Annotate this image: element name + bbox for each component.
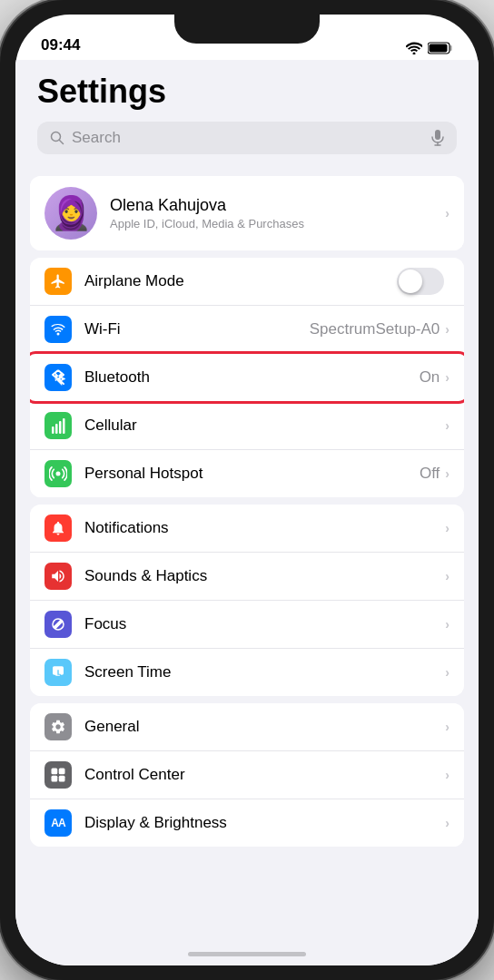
bluetooth-row[interactable]: Bluetooth On › bbox=[30, 354, 464, 402]
hotspot-value: Off bbox=[420, 465, 440, 483]
toggle-knob bbox=[399, 270, 422, 293]
connectivity-section: Airplane Mode Wi-Fi SpectrumSetup-A0 › bbox=[30, 258, 464, 497]
svg-point-12 bbox=[56, 472, 61, 476]
airplane-mode-row[interactable]: Airplane Mode bbox=[30, 258, 464, 306]
svg-rect-14 bbox=[59, 769, 65, 775]
focus-icon bbox=[44, 611, 72, 638]
controlcenter-chevron: › bbox=[445, 768, 450, 782]
svg-rect-10 bbox=[59, 421, 62, 434]
sounds-row[interactable]: Sounds & Haptics › bbox=[30, 553, 464, 601]
bluetooth-label: Bluetooth bbox=[84, 368, 420, 387]
svg-rect-8 bbox=[52, 426, 54, 434]
svg-rect-13 bbox=[52, 769, 58, 775]
search-icon bbox=[50, 131, 64, 145]
cellular-row[interactable]: Cellular › bbox=[30, 402, 464, 450]
status-time: 09:44 bbox=[41, 36, 80, 54]
svg-line-4 bbox=[60, 141, 64, 144]
battery-status-icon bbox=[428, 42, 453, 54]
focus-chevron: › bbox=[445, 617, 450, 632]
airplane-mode-icon bbox=[44, 268, 72, 295]
display-chevron: › bbox=[445, 816, 450, 830]
home-indicator bbox=[188, 952, 306, 956]
focus-row[interactable]: Focus › bbox=[30, 601, 464, 649]
profile-chevron: › bbox=[445, 206, 450, 220]
hotspot-row[interactable]: Personal Hotspot Off › bbox=[30, 450, 464, 497]
controlcenter-label: Control Center bbox=[84, 766, 445, 784]
display-icon: AA bbox=[44, 809, 72, 837]
screentime-chevron: › bbox=[445, 665, 450, 680]
hotspot-chevron: › bbox=[445, 466, 450, 481]
mic-icon bbox=[431, 130, 444, 146]
phone-screen: 09:44 Settings bbox=[15, 15, 479, 965]
screentime-label: Screen Time bbox=[84, 663, 445, 681]
svg-rect-9 bbox=[55, 424, 58, 434]
general-icon bbox=[44, 713, 72, 740]
screentime-icon bbox=[44, 659, 72, 686]
wifi-status-icon bbox=[406, 42, 422, 54]
hotspot-icon bbox=[44, 460, 72, 487]
status-icons bbox=[406, 42, 453, 54]
wifi-row[interactable]: Wi-Fi SpectrumSetup-A0 › bbox=[30, 306, 464, 354]
hotspot-label: Personal Hotspot bbox=[84, 465, 420, 483]
profile-name: Olena Kahujova bbox=[110, 196, 445, 215]
notifications-chevron: › bbox=[445, 521, 450, 535]
profile-subtitle: Apple ID, iCloud, Media & Purchases bbox=[110, 217, 445, 230]
cellular-chevron: › bbox=[445, 418, 450, 433]
controlcenter-icon bbox=[44, 761, 72, 789]
sounds-icon bbox=[44, 563, 72, 590]
page-title: Settings bbox=[37, 73, 457, 111]
airplane-mode-label: Airplane Mode bbox=[84, 272, 397, 290]
wifi-icon bbox=[44, 316, 72, 343]
profile-row[interactable]: 🧕 Olena Kahujova Apple ID, iCloud, Media… bbox=[30, 176, 464, 250]
sounds-chevron: › bbox=[445, 569, 450, 583]
display-label: Display & Brightness bbox=[84, 814, 445, 832]
wifi-value: SpectrumSetup-A0 bbox=[310, 320, 440, 338]
sounds-label: Sounds & Haptics bbox=[84, 567, 445, 585]
airplane-mode-toggle[interactable] bbox=[397, 268, 444, 295]
controlcenter-row[interactable]: Control Center › bbox=[30, 751, 464, 799]
focus-label: Focus bbox=[84, 615, 445, 633]
svg-rect-15 bbox=[52, 776, 58, 782]
profile-info: Olena Kahujova Apple ID, iCloud, Media &… bbox=[110, 196, 445, 230]
general-chevron: › bbox=[445, 720, 450, 734]
general-label: General bbox=[84, 718, 445, 736]
search-bar[interactable]: Search bbox=[37, 122, 457, 154]
bluetooth-chevron: › bbox=[445, 370, 450, 385]
header: Settings Search bbox=[15, 60, 479, 169]
svg-rect-1 bbox=[450, 45, 452, 51]
bluetooth-value: On bbox=[420, 368, 440, 387]
profile-avatar: 🧕 bbox=[44, 187, 97, 240]
profile-section[interactable]: 🧕 Olena Kahujova Apple ID, iCloud, Media… bbox=[30, 176, 464, 250]
notifications-icon bbox=[44, 514, 72, 542]
general-row[interactable]: General › bbox=[30, 703, 464, 751]
bluetooth-icon bbox=[44, 364, 72, 391]
wifi-label: Wi-Fi bbox=[84, 320, 310, 338]
svg-rect-5 bbox=[435, 130, 440, 140]
notifications-label: Notifications bbox=[84, 519, 445, 537]
cellular-label: Cellular bbox=[84, 416, 445, 435]
cellular-icon bbox=[44, 412, 72, 439]
notifications-row[interactable]: Notifications › bbox=[30, 505, 464, 553]
screentime-row[interactable]: Screen Time › bbox=[30, 649, 464, 696]
display-row[interactable]: AA Display & Brightness › bbox=[30, 799, 464, 847]
screen-content: Settings Search bbox=[15, 60, 479, 965]
notch bbox=[174, 15, 320, 44]
phone-frame: 09:44 Settings bbox=[0, 0, 494, 980]
svg-rect-16 bbox=[59, 776, 65, 782]
svg-rect-2 bbox=[430, 44, 448, 53]
search-placeholder: Search bbox=[72, 129, 424, 147]
general-section: General › Control Center › bbox=[30, 703, 464, 847]
wifi-chevron: › bbox=[445, 322, 450, 337]
svg-rect-11 bbox=[63, 418, 65, 434]
notifications-section: Notifications › Sounds & Haptics › bbox=[30, 505, 464, 696]
